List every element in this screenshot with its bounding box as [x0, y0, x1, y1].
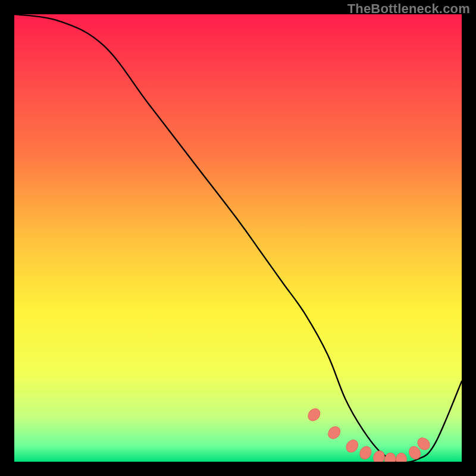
- watermark-label: TheBottleneck.com: [347, 1, 470, 17]
- chart-frame: TheBottleneck.com: [0, 0, 476, 476]
- gradient-background: [14, 14, 462, 462]
- chart-svg: [14, 14, 462, 462]
- plot-area: [14, 14, 462, 462]
